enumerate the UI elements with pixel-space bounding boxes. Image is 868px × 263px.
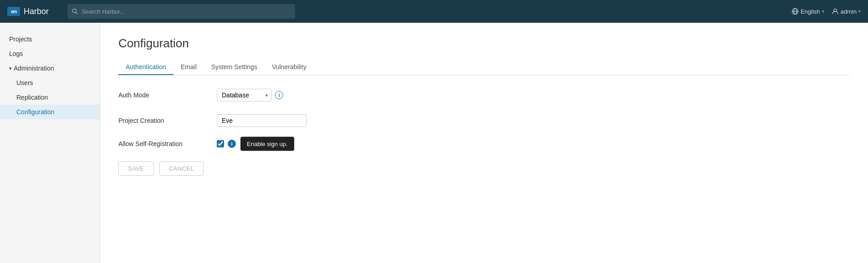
svg-line-1	[76, 12, 77, 14]
sidebar-item-users[interactable]: Users	[0, 76, 100, 90]
auth-mode-control: Database ▾ i	[217, 89, 283, 101]
self-reg-label: Allow Self-Registration	[118, 140, 209, 147]
sidebar-logs-label: Logs	[9, 50, 23, 57]
user-icon	[832, 8, 839, 15]
search-input[interactable]	[82, 8, 291, 15]
brand-name: Harbor	[24, 7, 49, 16]
auth-mode-row: Auth Mode Database ▾ i	[118, 89, 850, 101]
user-label: admin	[841, 8, 857, 15]
project-creation-input[interactable]	[217, 114, 306, 127]
tab-system-settings[interactable]: System Settings	[204, 60, 265, 75]
sidebar-replication-label: Replication	[16, 94, 48, 101]
tab-authentication[interactable]: Authentication	[118, 60, 174, 75]
save-button[interactable]: SAVE	[118, 162, 154, 176]
language-label: English	[801, 8, 820, 15]
tab-vulnerability[interactable]: Vulnerability	[265, 60, 314, 75]
project-creation-label: Project Creation	[118, 117, 209, 124]
sidebar-item-administration[interactable]: ▾ Administration	[0, 61, 100, 76]
language-chevron: ▾	[822, 9, 824, 14]
brand: vm Harbor	[7, 7, 62, 16]
sidebar-configuration-label: Configuration	[16, 108, 54, 116]
project-creation-control	[217, 114, 306, 127]
globe-icon	[791, 8, 799, 15]
layout: Projects Logs ▾ Administration Users Rep…	[0, 23, 868, 263]
auth-mode-info-icon[interactable]: i	[275, 91, 283, 99]
button-row: SAVE CANCEL	[118, 162, 850, 176]
auth-mode-select[interactable]: Database	[217, 89, 271, 101]
self-reg-checkbox[interactable]	[217, 140, 224, 147]
search-bar[interactable]	[67, 4, 295, 19]
language-selector[interactable]: English ▾	[791, 8, 824, 15]
project-creation-row: Project Creation	[118, 114, 850, 127]
self-reg-info-wrapper: i Enable sign up.	[228, 140, 236, 148]
user-chevron: ▾	[858, 9, 861, 14]
search-icon	[72, 8, 78, 15]
tabs: Authentication Email System Settings Vul…	[118, 60, 850, 75]
collapse-icon: ▾	[9, 66, 12, 71]
vm-logo: vm	[7, 7, 20, 16]
tooltip: Enable sign up.	[240, 137, 294, 151]
main-content: Configuration Authentication Email Syste…	[100, 23, 868, 263]
cancel-button[interactable]: CANCEL	[159, 162, 204, 176]
auth-mode-label: Auth Mode	[118, 91, 209, 99]
tab-email[interactable]: Email	[174, 60, 204, 75]
page-title: Configuration	[118, 36, 850, 51]
auth-mode-select-wrapper: Database ▾	[217, 89, 271, 101]
user-menu[interactable]: admin ▾	[832, 8, 861, 15]
sidebar-item-replication[interactable]: Replication	[0, 90, 100, 105]
sidebar-users-label: Users	[16, 79, 33, 86]
sidebar-item-projects[interactable]: Projects	[0, 32, 100, 46]
sidebar-administration-label: Administration	[14, 65, 54, 72]
sidebar-projects-label: Projects	[9, 35, 32, 43]
sidebar-item-logs[interactable]: Logs	[0, 46, 100, 61]
sidebar-item-configuration[interactable]: Configuration	[0, 105, 100, 119]
self-reg-info-icon[interactable]: i	[228, 140, 236, 148]
topnav-right: English ▾ admin ▾	[791, 8, 861, 15]
topnav: vm Harbor English ▾ admin ▾	[0, 0, 868, 23]
self-reg-control: i Enable sign up.	[217, 140, 236, 148]
self-reg-row: Allow Self-Registration i Enable sign up…	[118, 140, 850, 148]
sidebar: Projects Logs ▾ Administration Users Rep…	[0, 23, 100, 263]
